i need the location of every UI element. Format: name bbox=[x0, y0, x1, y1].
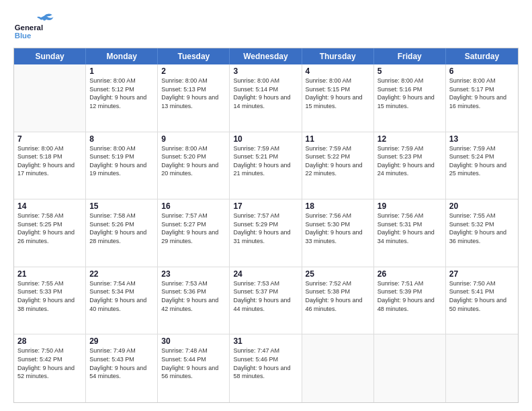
calendar-cell: 5Sunrise: 8:00 AMSunset: 5:16 PMDaylight… bbox=[374, 64, 446, 132]
calendar-cell bbox=[302, 334, 374, 402]
sunset-text: Sunset: 5:33 PM bbox=[17, 287, 82, 296]
day-number: 11 bbox=[306, 134, 370, 144]
sunset-text: Sunset: 5:19 PM bbox=[89, 152, 154, 161]
day-number: 23 bbox=[161, 269, 226, 279]
sunrise-text: Sunrise: 8:00 AM bbox=[306, 77, 370, 85]
daylight-text: Daylight: 9 hours and 22 minutes. bbox=[306, 161, 370, 178]
daylight-text: Daylight: 9 hours and 19 minutes. bbox=[89, 161, 154, 178]
daylight-text: Daylight: 9 hours and 16 minutes. bbox=[449, 93, 515, 110]
calendar-cell: 8Sunrise: 8:00 AMSunset: 5:19 PMDaylight… bbox=[86, 132, 158, 199]
sunset-text: Sunset: 5:13 PM bbox=[161, 85, 226, 94]
header: General Blue bbox=[13, 11, 519, 41]
daylight-text: Daylight: 9 hours and 46 minutes. bbox=[306, 296, 370, 313]
day-number: 14 bbox=[17, 201, 82, 211]
sunset-text: Sunset: 5:31 PM bbox=[378, 220, 442, 229]
sunset-text: Sunset: 5:21 PM bbox=[233, 152, 298, 161]
daylight-text: Daylight: 9 hours and 20 minutes. bbox=[161, 161, 226, 178]
sunrise-text: Sunrise: 7:57 AM bbox=[233, 212, 298, 220]
daylight-text: Daylight: 9 hours and 50 minutes. bbox=[449, 296, 515, 313]
daylight-text: Daylight: 9 hours and 42 minutes. bbox=[161, 296, 226, 313]
day-number: 12 bbox=[378, 134, 442, 144]
sunrise-text: Sunrise: 7:56 AM bbox=[306, 212, 370, 220]
sunrise-text: Sunrise: 8:00 AM bbox=[89, 77, 154, 85]
daylight-text: Daylight: 9 hours and 38 minutes. bbox=[17, 296, 82, 313]
sunset-text: Sunset: 5:42 PM bbox=[17, 355, 82, 364]
sunrise-text: Sunrise: 7:56 AM bbox=[378, 212, 442, 220]
calendar-cell bbox=[374, 334, 446, 402]
sunrise-text: Sunrise: 7:59 AM bbox=[378, 144, 442, 153]
day-number: 28 bbox=[17, 336, 82, 346]
sunset-text: Sunset: 5:20 PM bbox=[161, 152, 226, 161]
sunset-text: Sunset: 5:38 PM bbox=[306, 287, 370, 296]
daylight-text: Daylight: 9 hours and 58 minutes. bbox=[233, 364, 298, 381]
day-number: 22 bbox=[89, 269, 154, 279]
day-number: 7 bbox=[17, 134, 82, 144]
day-number: 6 bbox=[449, 66, 515, 76]
weekday-header: Tuesday bbox=[158, 48, 230, 64]
daylight-text: Daylight: 9 hours and 44 minutes. bbox=[233, 296, 298, 313]
calendar-cell: 31Sunrise: 7:47 AMSunset: 5:46 PMDayligh… bbox=[230, 334, 302, 402]
daylight-text: Daylight: 9 hours and 12 minutes. bbox=[89, 93, 154, 110]
page: General Blue SundayMondayTuesdayWednesda… bbox=[0, 0, 532, 411]
sunset-text: Sunset: 5:24 PM bbox=[449, 152, 515, 161]
sunset-text: Sunset: 5:36 PM bbox=[161, 287, 226, 296]
daylight-text: Daylight: 9 hours and 14 minutes. bbox=[233, 93, 298, 110]
daylight-text: Daylight: 9 hours and 17 minutes. bbox=[17, 161, 82, 178]
day-number: 18 bbox=[306, 201, 370, 211]
sunset-text: Sunset: 5:27 PM bbox=[161, 220, 226, 229]
sunset-text: Sunset: 5:41 PM bbox=[449, 287, 515, 296]
day-number: 9 bbox=[161, 134, 226, 144]
calendar-cell: 6Sunrise: 8:00 AMSunset: 5:17 PMDaylight… bbox=[446, 64, 518, 132]
sunrise-text: Sunrise: 7:49 AM bbox=[89, 347, 154, 355]
calendar-cell: 22Sunrise: 7:54 AMSunset: 5:34 PMDayligh… bbox=[86, 267, 158, 334]
sunrise-text: Sunrise: 8:00 AM bbox=[449, 77, 515, 85]
calendar-cell: 30Sunrise: 7:48 AMSunset: 5:44 PMDayligh… bbox=[158, 334, 230, 402]
sunrise-text: Sunrise: 7:55 AM bbox=[449, 212, 515, 220]
sunset-text: Sunset: 5:29 PM bbox=[233, 220, 298, 229]
daylight-text: Daylight: 9 hours and 15 minutes. bbox=[306, 93, 370, 110]
weekday-header: Thursday bbox=[302, 48, 374, 64]
sunrise-text: Sunrise: 8:00 AM bbox=[89, 144, 154, 153]
day-number: 21 bbox=[17, 269, 82, 279]
sunset-text: Sunset: 5:15 PM bbox=[306, 85, 370, 94]
daylight-text: Daylight: 9 hours and 34 minutes. bbox=[378, 228, 442, 245]
sunset-text: Sunset: 5:30 PM bbox=[306, 220, 370, 229]
calendar-header: SundayMondayTuesdayWednesdayThursdayFrid… bbox=[14, 48, 518, 64]
sunrise-text: Sunrise: 8:00 AM bbox=[378, 77, 442, 85]
calendar-cell: 18Sunrise: 7:56 AMSunset: 5:30 PMDayligh… bbox=[302, 199, 374, 267]
svg-text:Blue: Blue bbox=[15, 32, 32, 40]
sunset-text: Sunset: 5:14 PM bbox=[233, 85, 298, 94]
weekday-header: Monday bbox=[86, 48, 158, 64]
calendar-cell: 28Sunrise: 7:50 AMSunset: 5:42 PMDayligh… bbox=[14, 334, 86, 402]
sunrise-text: Sunrise: 8:00 AM bbox=[161, 77, 226, 85]
calendar-cell: 10Sunrise: 7:59 AMSunset: 5:21 PMDayligh… bbox=[230, 132, 302, 199]
calendar-cell: 9Sunrise: 8:00 AMSunset: 5:20 PMDaylight… bbox=[158, 132, 230, 199]
daylight-text: Daylight: 9 hours and 31 minutes. bbox=[233, 228, 298, 245]
calendar-week: 21Sunrise: 7:55 AMSunset: 5:33 PMDayligh… bbox=[14, 267, 518, 335]
calendar-cell: 29Sunrise: 7:49 AMSunset: 5:43 PMDayligh… bbox=[86, 334, 158, 402]
daylight-text: Daylight: 9 hours and 25 minutes. bbox=[449, 161, 515, 178]
sunset-text: Sunset: 5:43 PM bbox=[89, 355, 154, 364]
daylight-text: Daylight: 9 hours and 21 minutes. bbox=[233, 161, 298, 178]
calendar-cell: 3Sunrise: 8:00 AMSunset: 5:14 PMDaylight… bbox=[230, 64, 302, 132]
calendar-cell: 2Sunrise: 8:00 AMSunset: 5:13 PMDaylight… bbox=[158, 64, 230, 132]
daylight-text: Daylight: 9 hours and 28 minutes. bbox=[89, 228, 154, 245]
daylight-text: Daylight: 9 hours and 48 minutes. bbox=[378, 296, 442, 313]
sunset-text: Sunset: 5:23 PM bbox=[378, 152, 442, 161]
sunrise-text: Sunrise: 7:53 AM bbox=[233, 279, 298, 288]
day-number: 30 bbox=[161, 336, 226, 346]
sunrise-text: Sunrise: 7:50 AM bbox=[17, 347, 82, 355]
calendar-cell bbox=[446, 334, 518, 402]
sunset-text: Sunset: 5:37 PM bbox=[233, 287, 298, 296]
calendar-cell: 21Sunrise: 7:55 AMSunset: 5:33 PMDayligh… bbox=[14, 267, 86, 334]
daylight-text: Daylight: 9 hours and 52 minutes. bbox=[17, 364, 82, 381]
sunrise-text: Sunrise: 7:59 AM bbox=[449, 144, 515, 153]
sunset-text: Sunset: 5:46 PM bbox=[233, 355, 298, 364]
daylight-text: Daylight: 9 hours and 15 minutes. bbox=[378, 93, 442, 110]
calendar-week: 1Sunrise: 8:00 AMSunset: 5:12 PMDaylight… bbox=[14, 64, 518, 132]
sunset-text: Sunset: 5:17 PM bbox=[449, 85, 515, 94]
daylight-text: Daylight: 9 hours and 26 minutes. bbox=[17, 228, 82, 245]
sunrise-text: Sunrise: 7:51 AM bbox=[378, 279, 442, 288]
logo-svg: General Blue bbox=[13, 11, 60, 41]
day-number: 8 bbox=[89, 134, 154, 144]
